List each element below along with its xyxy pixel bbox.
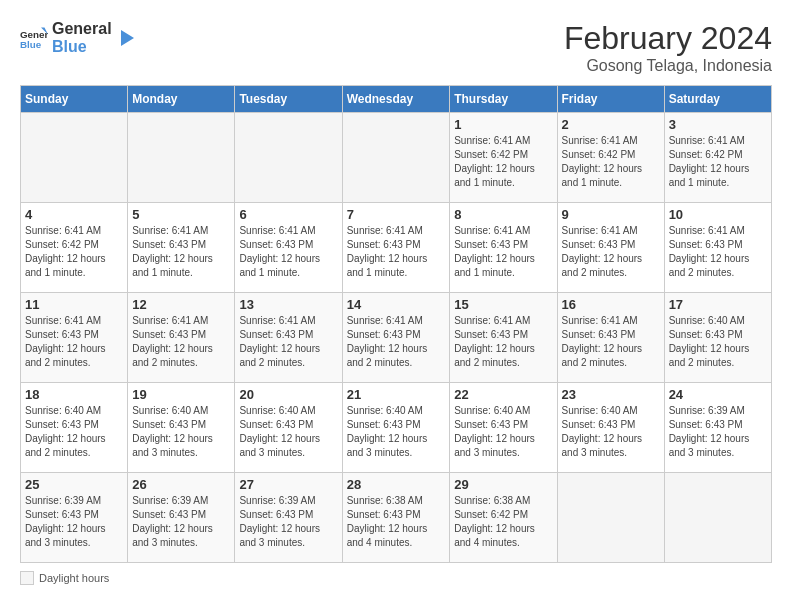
day-info: Sunrise: 6:40 AM Sunset: 6:43 PM Dayligh… xyxy=(562,404,660,460)
day-info: Sunrise: 6:41 AM Sunset: 6:43 PM Dayligh… xyxy=(132,224,230,280)
legend-daylight-label: Daylight hours xyxy=(39,572,109,584)
calendar-week-row: 11Sunrise: 6:41 AM Sunset: 6:43 PM Dayli… xyxy=(21,293,772,383)
calendar-cell: 27Sunrise: 6:39 AM Sunset: 6:43 PM Dayli… xyxy=(235,473,342,563)
logo-arrow-icon xyxy=(116,28,136,48)
month-title: February 2024 xyxy=(564,20,772,57)
day-info: Sunrise: 6:41 AM Sunset: 6:43 PM Dayligh… xyxy=(347,224,446,280)
day-info: Sunrise: 6:39 AM Sunset: 6:43 PM Dayligh… xyxy=(132,494,230,550)
day-info: Sunrise: 6:40 AM Sunset: 6:43 PM Dayligh… xyxy=(347,404,446,460)
day-info: Sunrise: 6:41 AM Sunset: 6:42 PM Dayligh… xyxy=(25,224,123,280)
legend-box-daylight xyxy=(20,571,34,585)
day-number: 13 xyxy=(239,297,337,312)
day-info: Sunrise: 6:39 AM Sunset: 6:43 PM Dayligh… xyxy=(239,494,337,550)
day-info: Sunrise: 6:41 AM Sunset: 6:43 PM Dayligh… xyxy=(454,314,552,370)
day-number: 3 xyxy=(669,117,767,132)
calendar-week-row: 1Sunrise: 6:41 AM Sunset: 6:42 PM Daylig… xyxy=(21,113,772,203)
day-info: Sunrise: 6:40 AM Sunset: 6:43 PM Dayligh… xyxy=(25,404,123,460)
calendar-cell: 23Sunrise: 6:40 AM Sunset: 6:43 PM Dayli… xyxy=(557,383,664,473)
day-number: 11 xyxy=(25,297,123,312)
location-title: Gosong Telaga, Indonesia xyxy=(564,57,772,75)
calendar-cell xyxy=(664,473,771,563)
calendar-cell: 12Sunrise: 6:41 AM Sunset: 6:43 PM Dayli… xyxy=(128,293,235,383)
calendar-cell: 24Sunrise: 6:39 AM Sunset: 6:43 PM Dayli… xyxy=(664,383,771,473)
day-number: 10 xyxy=(669,207,767,222)
day-number: 28 xyxy=(347,477,446,492)
legend: Daylight hours xyxy=(20,571,772,585)
calendar-header-wednesday: Wednesday xyxy=(342,86,450,113)
day-info: Sunrise: 6:39 AM Sunset: 6:43 PM Dayligh… xyxy=(25,494,123,550)
day-number: 26 xyxy=(132,477,230,492)
calendar-header-sunday: Sunday xyxy=(21,86,128,113)
day-number: 14 xyxy=(347,297,446,312)
day-number: 9 xyxy=(562,207,660,222)
calendar-week-row: 4Sunrise: 6:41 AM Sunset: 6:42 PM Daylig… xyxy=(21,203,772,293)
calendar-header-monday: Monday xyxy=(128,86,235,113)
calendar-cell xyxy=(342,113,450,203)
day-number: 22 xyxy=(454,387,552,402)
calendar-cell: 16Sunrise: 6:41 AM Sunset: 6:43 PM Dayli… xyxy=(557,293,664,383)
logo-line1: General xyxy=(52,20,112,38)
day-number: 6 xyxy=(239,207,337,222)
day-number: 29 xyxy=(454,477,552,492)
calendar-cell: 28Sunrise: 6:38 AM Sunset: 6:43 PM Dayli… xyxy=(342,473,450,563)
day-number: 2 xyxy=(562,117,660,132)
day-number: 4 xyxy=(25,207,123,222)
day-number: 24 xyxy=(669,387,767,402)
day-info: Sunrise: 6:41 AM Sunset: 6:42 PM Dayligh… xyxy=(562,134,660,190)
day-number: 16 xyxy=(562,297,660,312)
logo: General Blue General Blue xyxy=(20,20,136,55)
calendar-cell: 6Sunrise: 6:41 AM Sunset: 6:43 PM Daylig… xyxy=(235,203,342,293)
legend-item-daylight: Daylight hours xyxy=(20,571,109,585)
calendar-week-row: 18Sunrise: 6:40 AM Sunset: 6:43 PM Dayli… xyxy=(21,383,772,473)
page-header: General Blue General Blue February 2024 … xyxy=(20,20,772,75)
calendar-cell: 8Sunrise: 6:41 AM Sunset: 6:43 PM Daylig… xyxy=(450,203,557,293)
day-number: 27 xyxy=(239,477,337,492)
day-number: 20 xyxy=(239,387,337,402)
calendar-cell xyxy=(21,113,128,203)
day-info: Sunrise: 6:41 AM Sunset: 6:43 PM Dayligh… xyxy=(562,314,660,370)
calendar-header-saturday: Saturday xyxy=(664,86,771,113)
calendar-cell xyxy=(235,113,342,203)
calendar-cell: 19Sunrise: 6:40 AM Sunset: 6:43 PM Dayli… xyxy=(128,383,235,473)
calendar-cell: 1Sunrise: 6:41 AM Sunset: 6:42 PM Daylig… xyxy=(450,113,557,203)
day-info: Sunrise: 6:41 AM Sunset: 6:42 PM Dayligh… xyxy=(669,134,767,190)
day-info: Sunrise: 6:41 AM Sunset: 6:42 PM Dayligh… xyxy=(454,134,552,190)
day-info: Sunrise: 6:41 AM Sunset: 6:43 PM Dayligh… xyxy=(347,314,446,370)
day-number: 17 xyxy=(669,297,767,312)
day-info: Sunrise: 6:41 AM Sunset: 6:43 PM Dayligh… xyxy=(239,224,337,280)
calendar-header-friday: Friday xyxy=(557,86,664,113)
calendar-cell: 2Sunrise: 6:41 AM Sunset: 6:42 PM Daylig… xyxy=(557,113,664,203)
calendar-header-tuesday: Tuesday xyxy=(235,86,342,113)
calendar-cell: 18Sunrise: 6:40 AM Sunset: 6:43 PM Dayli… xyxy=(21,383,128,473)
day-number: 5 xyxy=(132,207,230,222)
day-number: 7 xyxy=(347,207,446,222)
calendar-cell xyxy=(128,113,235,203)
day-info: Sunrise: 6:41 AM Sunset: 6:43 PM Dayligh… xyxy=(669,224,767,280)
day-info: Sunrise: 6:41 AM Sunset: 6:43 PM Dayligh… xyxy=(25,314,123,370)
svg-text:Blue: Blue xyxy=(20,38,42,49)
day-number: 1 xyxy=(454,117,552,132)
calendar-cell: 26Sunrise: 6:39 AM Sunset: 6:43 PM Dayli… xyxy=(128,473,235,563)
calendar-cell: 25Sunrise: 6:39 AM Sunset: 6:43 PM Dayli… xyxy=(21,473,128,563)
calendar-cell: 13Sunrise: 6:41 AM Sunset: 6:43 PM Dayli… xyxy=(235,293,342,383)
day-number: 25 xyxy=(25,477,123,492)
day-info: Sunrise: 6:41 AM Sunset: 6:43 PM Dayligh… xyxy=(454,224,552,280)
day-number: 12 xyxy=(132,297,230,312)
calendar-table: SundayMondayTuesdayWednesdayThursdayFrid… xyxy=(20,85,772,563)
calendar-cell: 29Sunrise: 6:38 AM Sunset: 6:42 PM Dayli… xyxy=(450,473,557,563)
calendar-cell: 4Sunrise: 6:41 AM Sunset: 6:42 PM Daylig… xyxy=(21,203,128,293)
svg-marker-3 xyxy=(121,30,134,46)
calendar-cell: 10Sunrise: 6:41 AM Sunset: 6:43 PM Dayli… xyxy=(664,203,771,293)
day-info: Sunrise: 6:39 AM Sunset: 6:43 PM Dayligh… xyxy=(669,404,767,460)
calendar-cell: 22Sunrise: 6:40 AM Sunset: 6:43 PM Dayli… xyxy=(450,383,557,473)
calendar-header-row: SundayMondayTuesdayWednesdayThursdayFrid… xyxy=(21,86,772,113)
calendar-cell: 7Sunrise: 6:41 AM Sunset: 6:43 PM Daylig… xyxy=(342,203,450,293)
day-info: Sunrise: 6:40 AM Sunset: 6:43 PM Dayligh… xyxy=(454,404,552,460)
day-number: 21 xyxy=(347,387,446,402)
day-info: Sunrise: 6:41 AM Sunset: 6:43 PM Dayligh… xyxy=(132,314,230,370)
day-info: Sunrise: 6:38 AM Sunset: 6:43 PM Dayligh… xyxy=(347,494,446,550)
calendar-header-thursday: Thursday xyxy=(450,86,557,113)
calendar-cell: 11Sunrise: 6:41 AM Sunset: 6:43 PM Dayli… xyxy=(21,293,128,383)
day-info: Sunrise: 6:41 AM Sunset: 6:43 PM Dayligh… xyxy=(239,314,337,370)
day-number: 18 xyxy=(25,387,123,402)
